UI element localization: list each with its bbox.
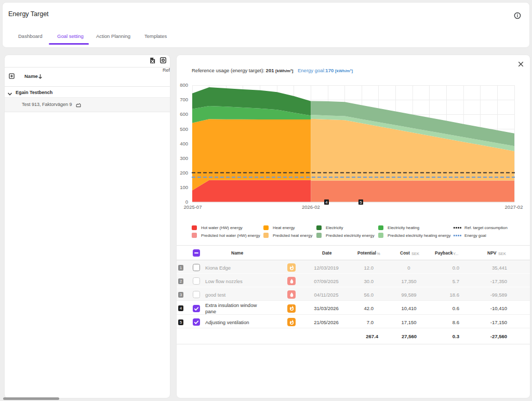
- svg-text:800: 800: [180, 82, 188, 88]
- svg-text:500: 500: [180, 126, 188, 132]
- svg-text:400: 400: [180, 141, 188, 146]
- svg-text:600: 600: [180, 111, 188, 117]
- svg-text:200: 200: [180, 170, 188, 176]
- svg-text:2025-07: 2025-07: [184, 204, 202, 210]
- svg-text:4: 4: [325, 200, 328, 205]
- svg-text:100: 100: [180, 184, 188, 190]
- svg-text:700: 700: [180, 97, 188, 102]
- svg-text:2026-02: 2026-02: [302, 204, 320, 210]
- svg-text:5: 5: [360, 200, 362, 205]
- svg-text:2027-02: 2027-02: [505, 204, 523, 210]
- svg-text:300: 300: [180, 155, 188, 161]
